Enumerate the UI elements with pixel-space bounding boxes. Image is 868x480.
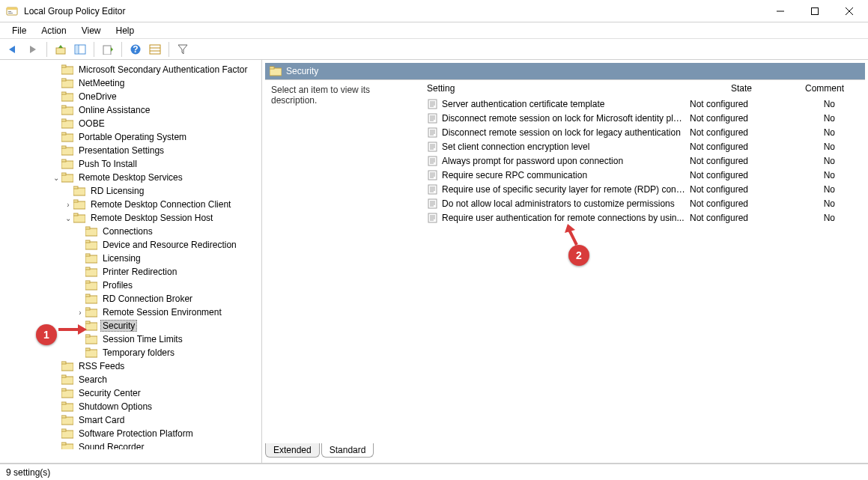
tree-item[interactable]: RD Connection Broker	[3, 292, 261, 306]
setting-row[interactable]: Require use of specific security layer f…	[422, 182, 865, 196]
setting-row[interactable]: Disconnect remote session on lock for Mi…	[422, 111, 865, 125]
setting-row[interactable]: Require secure RPC communicationNot conf…	[422, 168, 865, 182]
expand-toggle[interactable]: ⌄	[51, 174, 61, 182]
expand-toggle[interactable]: ⌄	[63, 214, 73, 222]
tree-item[interactable]: Portable Operating System	[3, 130, 261, 144]
tree-item-label: Session Time Limits	[100, 334, 185, 344]
tab-extended[interactable]: Extended	[265, 443, 320, 458]
tree-item-label: RD Licensing	[88, 186, 146, 196]
setting-icon	[427, 170, 439, 180]
help-button[interactable]: ?	[127, 40, 145, 58]
setting-comment: No	[798, 213, 865, 223]
svg-rect-56	[85, 281, 90, 283]
column-state[interactable]: State	[685, 83, 798, 94]
properties-button[interactable]	[146, 40, 164, 58]
menu-file[interactable]: File	[4, 24, 34, 37]
svg-rect-5	[812, 7, 819, 14]
tree-item[interactable]: Security Center	[3, 386, 261, 400]
show-hide-tree-button[interactable]	[71, 40, 89, 58]
close-button[interactable]	[832, 0, 867, 22]
forward-button[interactable]	[24, 40, 42, 58]
setting-name: Require use of specific security layer f…	[442, 184, 685, 195]
setting-icon	[427, 184, 439, 195]
tree-item[interactable]: Microsoft Secondary Authentication Facto…	[3, 63, 261, 76]
folder-icon	[85, 267, 97, 277]
setting-comment: No	[798, 127, 865, 138]
tree-item[interactable]: RSS Feeds	[3, 359, 261, 373]
tree-item[interactable]: OneDrive	[3, 90, 261, 103]
setting-row[interactable]: Server authentication certificate templa…	[422, 97, 865, 111]
maximize-button[interactable]	[798, 0, 832, 22]
column-setting[interactable]: Setting	[427, 83, 685, 94]
tree-item[interactable]: NetMeeting	[3, 76, 261, 90]
tree-item[interactable]: ⌄Remote Desktop Session Host	[3, 211, 261, 225]
expand-toggle[interactable]: ›	[75, 309, 85, 317]
status-text: 9 setting(s)	[6, 467, 50, 478]
setting-row[interactable]: Do not allow local administrators to cus…	[422, 196, 865, 210]
tree-item-label: Remote Desktop Session Host	[88, 213, 215, 223]
tree-item[interactable]: ›Remote Desktop Connection Client	[3, 198, 261, 211]
tree-item[interactable]: Licensing	[3, 252, 261, 265]
svg-rect-78	[61, 429, 66, 431]
filter-button[interactable]	[174, 40, 192, 58]
tree-item-label: Search	[76, 374, 109, 385]
svg-rect-19	[150, 45, 160, 54]
tree-item[interactable]: ›Remote Session Environment	[3, 306, 261, 319]
tree-item[interactable]: Temporary folders	[3, 346, 261, 359]
details-pane: Security Select an item to view its desc…	[262, 60, 868, 463]
folder-icon	[85, 294, 97, 304]
folder-icon	[61, 374, 73, 385]
tree-item[interactable]: Online Assistance	[3, 103, 261, 117]
tree-item[interactable]: Profiles	[3, 279, 261, 292]
tree-item[interactable]: Smart Card	[3, 413, 261, 427]
folder-icon	[85, 240, 97, 250]
main-area: Microsoft Secondary Authentication Facto…	[0, 60, 868, 464]
setting-row[interactable]: Set client connection encryption levelNo…	[422, 139, 865, 154]
setting-row[interactable]: Require user authentication for remote c…	[422, 210, 865, 225]
tree-item-label: Push To Install	[76, 159, 139, 169]
tree-item[interactable]: ⌄Remote Desktop Services	[3, 171, 261, 184]
tree-item[interactable]: Sound Recorder	[3, 440, 261, 449]
menu-view[interactable]: View	[74, 24, 109, 37]
svg-rect-66	[85, 348, 90, 350]
tree-view[interactable]: Microsoft Secondary Authentication Facto…	[0, 60, 261, 449]
tree-item[interactable]: Search	[3, 373, 261, 386]
setting-row[interactable]: Always prompt for password upon connecti…	[422, 154, 865, 168]
tree-item[interactable]: Device and Resource Redirection	[3, 238, 261, 252]
tree-item[interactable]: Push To Install	[3, 157, 261, 171]
export-list-button[interactable]	[99, 40, 117, 58]
minimize-button[interactable]	[763, 0, 798, 22]
svg-rect-2	[8, 11, 11, 12]
svg-rect-28	[61, 92, 66, 94]
setting-icon	[427, 156, 439, 166]
svg-rect-52	[85, 254, 90, 256]
details-tabs: Extended Standard	[265, 443, 865, 460]
svg-rect-14	[76, 46, 78, 53]
details-header: Security	[265, 63, 865, 79]
tree-item[interactable]: Software Protection Platform	[3, 427, 261, 440]
toolbar: ?	[0, 39, 868, 60]
svg-rect-110	[428, 171, 437, 180]
back-button[interactable]	[4, 40, 22, 58]
tree-item[interactable]: RD Licensing	[3, 184, 261, 198]
tree-item[interactable]: Connections	[3, 225, 261, 238]
svg-rect-50	[85, 240, 90, 243]
folder-icon	[61, 401, 73, 412]
setting-row[interactable]: Disconnect remote session on lock for le…	[422, 125, 865, 139]
column-comment[interactable]: Comment	[798, 83, 865, 94]
expand-toggle[interactable]: ›	[63, 201, 73, 209]
tree-item[interactable]: OOBE	[3, 117, 261, 130]
svg-rect-105	[428, 157, 437, 165]
tab-standard[interactable]: Standard	[321, 443, 374, 458]
settings-columns[interactable]: Setting State Comment	[422, 80, 865, 97]
setting-name: Require user authentication for remote c…	[442, 213, 685, 223]
tree-item[interactable]: Shutdown Options	[3, 400, 261, 413]
tree-item[interactable]: Presentation Settings	[3, 144, 261, 157]
menu-action[interactable]: Action	[34, 24, 73, 37]
menu-help[interactable]: Help	[109, 24, 142, 37]
tree-item[interactable]: Printer Redirection	[3, 265, 261, 279]
folder-icon	[61, 388, 73, 398]
up-level-button[interactable]	[52, 40, 70, 58]
settings-list[interactable]: Server authentication certificate templa…	[422, 97, 865, 443]
svg-rect-40	[61, 173, 66, 175]
